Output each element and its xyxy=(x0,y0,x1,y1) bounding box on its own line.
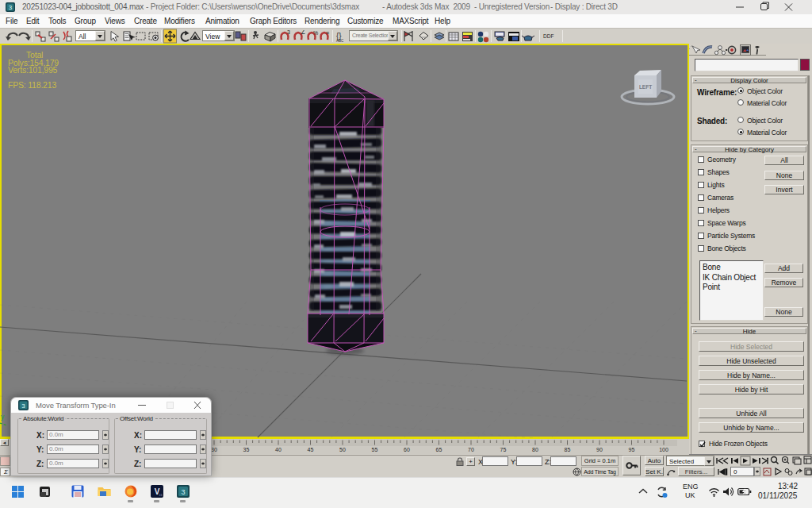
svg-text:16: 16 xyxy=(159,493,163,497)
svg-text:30: 30 xyxy=(211,447,217,452)
svg-text:35: 35 xyxy=(243,447,250,452)
svg-text:90: 90 xyxy=(596,447,603,452)
svg-text:85: 85 xyxy=(565,447,571,452)
svg-text:60: 60 xyxy=(404,447,410,452)
svg-text:40: 40 xyxy=(275,447,282,452)
svg-text:55: 55 xyxy=(372,447,378,452)
svg-text:45: 45 xyxy=(308,447,314,452)
svg-text:100: 100 xyxy=(659,447,668,452)
svg-text:DDF: DDF xyxy=(543,33,553,39)
svg-text:y: y xyxy=(1,413,5,421)
svg-text:≡: ≡ xyxy=(326,30,329,36)
svg-text:65: 65 xyxy=(436,447,442,452)
svg-text:80: 80 xyxy=(532,447,538,452)
svg-text:LEFT: LEFT xyxy=(639,84,652,90)
svg-text:3: 3 xyxy=(21,402,25,410)
svg-text:3: 3 xyxy=(9,4,13,11)
svg-text:75: 75 xyxy=(500,447,507,452)
svg-text:ABC: ABC xyxy=(336,39,344,43)
svg-text:95: 95 xyxy=(629,447,635,452)
svg-text:50: 50 xyxy=(339,447,346,452)
svg-text:%: % xyxy=(313,30,318,36)
svg-text:70: 70 xyxy=(468,447,474,452)
svg-text:3: 3 xyxy=(287,29,290,35)
svg-text:∠: ∠ xyxy=(301,29,305,35)
svg-text:3: 3 xyxy=(181,488,185,496)
